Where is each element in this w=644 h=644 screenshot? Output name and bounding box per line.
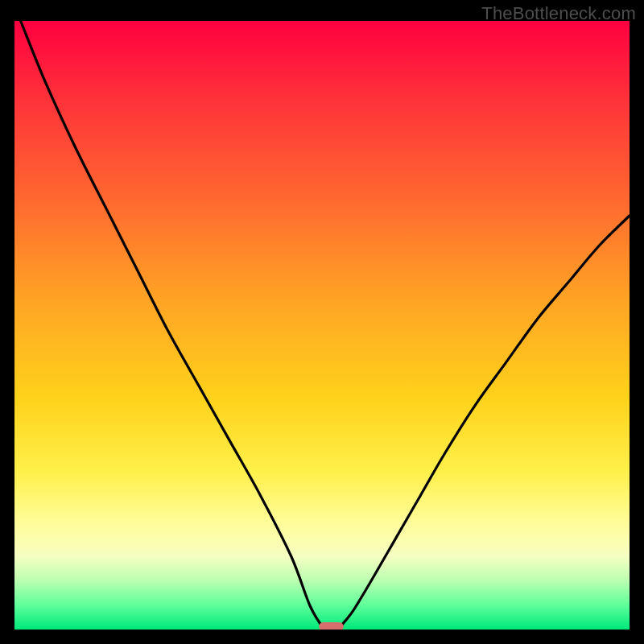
bottleneck-curve [14, 21, 630, 630]
curve-right-branch [341, 216, 630, 626]
watermark-text: TheBottleneck.com [481, 3, 636, 24]
optimal-marker [319, 622, 344, 630]
curve-left-branch [21, 21, 322, 626]
chart-frame: TheBottleneck.com [0, 0, 644, 644]
plot-area [14, 21, 630, 630]
